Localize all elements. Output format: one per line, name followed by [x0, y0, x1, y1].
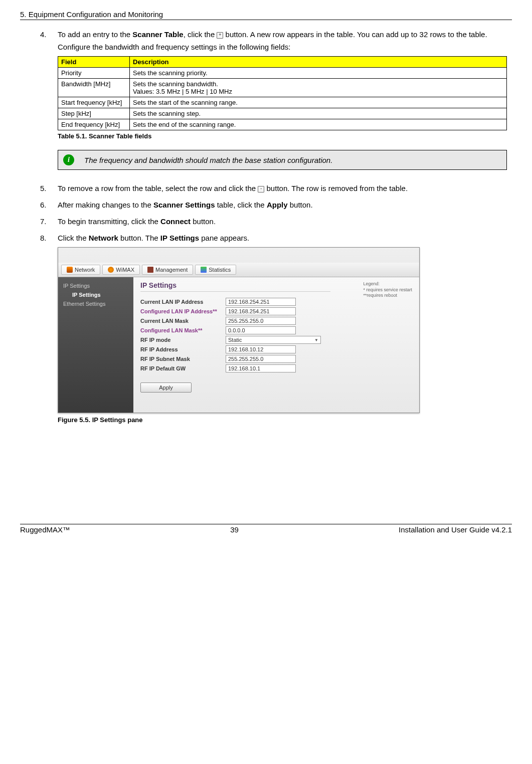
step-num: 8. — [40, 234, 58, 434]
text: pane appears. — [199, 234, 249, 242]
current-lan-ip-input[interactable]: 192.168.254.251 — [226, 298, 296, 306]
content-area: 4. To add an entry to the Scanner Table,… — [20, 30, 512, 434]
bold: IP Settings — [160, 234, 199, 242]
tab-management[interactable]: Management — [142, 265, 193, 275]
cell: End frequency [kHz] — [58, 119, 130, 130]
main-pane: Legend: * requires service restart **req… — [133, 277, 419, 413]
form-row: RF IP mode Static ▼ — [140, 336, 412, 344]
wimax-icon — [108, 267, 114, 273]
cell: Bandwidth [MHz] — [58, 79, 130, 97]
text: button. A new row appears in the table. … — [223, 30, 487, 39]
step-body: To remove a row from the table, select t… — [58, 184, 507, 197]
tab-label: Statistics — [209, 267, 231, 273]
field-label: RF IP Address — [140, 346, 226, 352]
configured-lan-ip-input[interactable]: 192.168.254.251 — [226, 307, 296, 315]
scanner-table-bold: Scanner Table — [132, 30, 183, 39]
form-row: RF IP Default GW 192.168.10.1 — [140, 364, 412, 372]
table-header-row: Field Description — [58, 57, 507, 68]
cell: Start frequency [kHz] — [58, 97, 130, 108]
chevron-down-icon: ▼ — [314, 338, 318, 342]
sidebar-item-ethernet[interactable]: Ethernet Settings — [58, 299, 133, 308]
step-num: 6. — [40, 201, 58, 213]
field-label: Current LAN Mask — [140, 318, 226, 324]
tab-statistics[interactable]: Statistics — [195, 265, 236, 275]
text: To add an entry to the — [58, 30, 132, 39]
step-body: After making changes to the Scanner Sett… — [58, 201, 507, 213]
form-row: RF IP Subnet Mask 255.255.255.0 — [140, 355, 412, 363]
step-body: To add an entry to the Scanner Table, cl… — [58, 30, 507, 180]
current-lan-mask-input[interactable]: 255.255.255.0 — [226, 317, 296, 325]
tab-label: WiMAX — [116, 267, 134, 273]
cell: Priority — [58, 68, 130, 79]
step-5: 5. To remove a row from the table, selec… — [40, 184, 507, 197]
step-num: 7. — [40, 217, 58, 230]
apply-button[interactable]: Apply — [140, 383, 192, 393]
legend: Legend: * requires service restart **req… — [363, 281, 412, 299]
text: After making changes to the — [58, 201, 153, 209]
text: table, click the — [215, 201, 267, 209]
rf-ip-mode-select[interactable]: Static ▼ — [226, 336, 321, 344]
text: Values: 3.5 MHz | 5 MHz | 10 MHz — [133, 88, 232, 95]
tab-wimax[interactable]: WiMAX — [102, 265, 140, 275]
text: button. The row is removed from the tabl… — [264, 184, 408, 193]
text: To remove a row from the table, select t… — [58, 184, 258, 193]
step-8: 8. Click the Network button. The IP Sett… — [40, 234, 507, 434]
field-label: RF IP Default GW — [140, 365, 226, 371]
scanner-fields-table: Field Description Priority Sets the scan… — [58, 56, 507, 130]
step-num: 5. — [40, 184, 58, 197]
text: Sets the scanning bandwidth. — [133, 80, 218, 88]
sidebar: IP Settings IP Settings Ethernet Setting… — [58, 277, 133, 413]
table-row: Priority Sets the scanning priority. — [58, 68, 507, 79]
minus-icon: - — [258, 186, 264, 193]
pane-title: IP Settings — [140, 281, 330, 292]
footer-center: 39 — [230, 525, 239, 534]
legend-line: * requires service restart — [363, 287, 412, 293]
sidebar-item-ip-settings[interactable]: IP Settings — [58, 281, 133, 290]
sidebar-item-ip-settings-sub[interactable]: IP Settings — [58, 290, 133, 299]
toolbar: Network WiMAX Management Statistics — [58, 263, 419, 277]
form-row: Configured LAN IP Address** 192.168.254.… — [140, 307, 412, 315]
text: , click the — [184, 30, 217, 39]
note-text: The frequency and bandwidth should match… — [84, 156, 332, 164]
th-field: Field — [58, 57, 130, 68]
table-row: Bandwidth [MHz] Sets the scanning bandwi… — [58, 79, 507, 97]
step-4: 4. To add an entry to the Scanner Table,… — [40, 30, 507, 180]
cell: Sets the end of the scanning range. — [130, 119, 507, 130]
form-row: Current LAN IP Address 192.168.254.251 — [140, 298, 412, 306]
field-label: RF IP Subnet Mask — [140, 356, 226, 362]
field-label: Current LAN IP Address — [140, 299, 226, 305]
screenshot-body: IP Settings IP Settings Ethernet Setting… — [58, 277, 419, 413]
page-footer: RuggedMAX™ 39 Installation and User Guid… — [20, 524, 512, 534]
step-body: To begin transmitting, click the Connect… — [58, 217, 507, 230]
cell: Sets the start of the scanning range. — [130, 97, 507, 108]
rf-ip-gw-input[interactable]: 192.168.10.1 — [226, 364, 296, 372]
cell: Sets the scanning priority. — [130, 68, 507, 79]
form-row: RF IP Address 192.168.10.12 — [140, 345, 412, 353]
bold: Network — [89, 234, 118, 242]
configured-lan-mask-input[interactable]: 0.0.0.0 — [226, 326, 296, 334]
page-header: 5. Equipment Configuration and Monitorin… — [20, 10, 512, 20]
th-desc: Description — [130, 57, 507, 68]
tab-network[interactable]: Network — [61, 265, 100, 275]
info-icon: i — [63, 154, 74, 165]
table-row: End frequency [kHz] Sets the end of the … — [58, 119, 507, 130]
step-7: 7. To begin transmitting, click the Conn… — [40, 217, 507, 230]
legend-line: **requires reboot — [363, 293, 412, 299]
plus-icon: + — [217, 32, 223, 39]
rf-ip-subnet-input[interactable]: 255.255.255.0 — [226, 355, 296, 363]
table-caption: Table 5.1. Scanner Table fields — [58, 132, 507, 140]
step-6: 6. After making changes to the Scanner S… — [40, 201, 507, 213]
field-label: Configured LAN IP Address** — [140, 308, 226, 314]
field-label: RF IP mode — [140, 337, 226, 343]
text: button. — [288, 201, 313, 209]
bold: Connect — [160, 217, 191, 226]
form-row: Configured LAN Mask** 0.0.0.0 — [140, 326, 412, 334]
text: button. The — [118, 234, 160, 242]
cell: Sets the scanning bandwidth. Values: 3.5… — [130, 79, 507, 97]
rf-ip-address-input[interactable]: 192.168.10.12 — [226, 345, 296, 353]
statistics-icon — [201, 267, 207, 273]
tab-label: Management — [155, 267, 188, 273]
network-icon — [67, 267, 73, 273]
management-icon — [147, 267, 153, 273]
footer-right: Installation and User Guide v4.2.1 — [399, 525, 512, 534]
